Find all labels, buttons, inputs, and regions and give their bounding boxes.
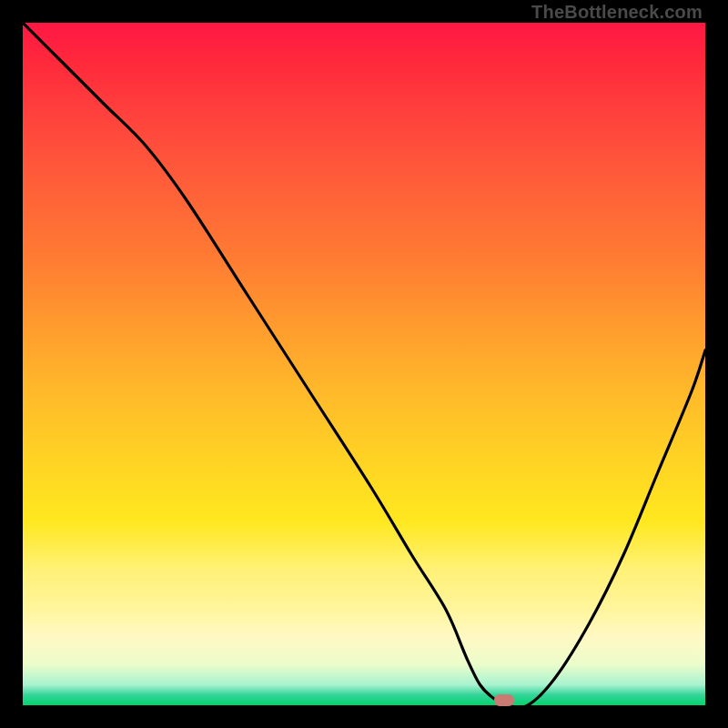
outer-frame: TheBottleneck.com [0, 0, 728, 728]
watermark-text: TheBottleneck.com [531, 2, 703, 23]
min-marker [494, 694, 515, 706]
plot-area [23, 23, 705, 705]
bottleneck-curve [23, 23, 705, 705]
